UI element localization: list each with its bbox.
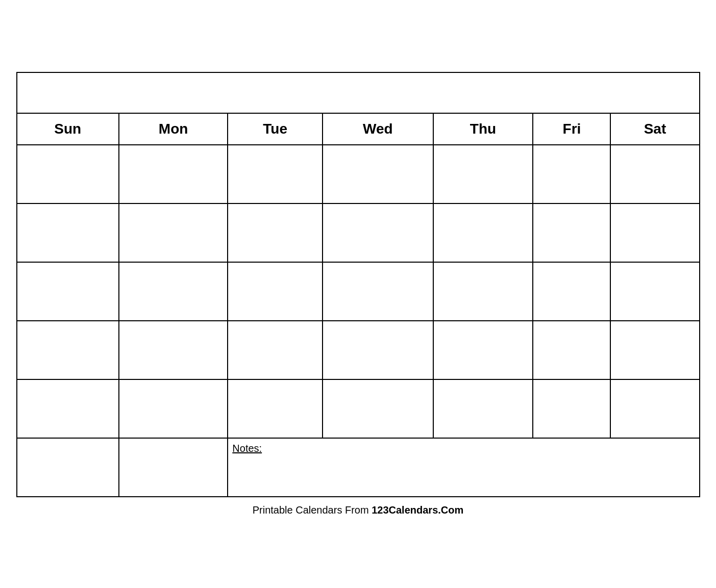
notes-label: Notes: xyxy=(232,443,262,454)
cell-r5-thu xyxy=(433,379,533,438)
week-row-3 xyxy=(17,262,700,321)
cell-r4-tue xyxy=(228,321,323,379)
week-row-5 xyxy=(17,379,700,438)
notes-cell-mon xyxy=(119,438,228,497)
week-row-4 xyxy=(17,321,700,379)
header-row: Sun Mon Tue Wed Thu Fri Sat xyxy=(17,113,700,145)
header-thu: Thu xyxy=(433,113,533,145)
footer-prefix: Printable Calendars From xyxy=(253,504,372,516)
cell-r5-sat xyxy=(610,379,699,438)
calendar-title xyxy=(17,72,700,113)
cell-r2-fri xyxy=(533,203,610,262)
cell-r4-fri xyxy=(533,321,610,379)
cell-r1-tue xyxy=(228,145,323,203)
cell-r4-thu xyxy=(433,321,533,379)
notes-section: Notes: xyxy=(228,438,699,497)
cell-r2-sat xyxy=(610,203,699,262)
cell-r2-wed xyxy=(323,203,433,262)
cell-r1-wed xyxy=(323,145,433,203)
calendar-container: Sun Mon Tue Wed Thu Fri Sat xyxy=(16,72,700,516)
cell-r5-mon xyxy=(119,379,228,438)
cell-r4-sun xyxy=(17,321,119,379)
cell-r3-tue xyxy=(228,262,323,321)
header-sat: Sat xyxy=(610,113,699,145)
week-row-2 xyxy=(17,203,700,262)
header-tue: Tue xyxy=(228,113,323,145)
cell-r1-mon xyxy=(119,145,228,203)
cell-r2-sun xyxy=(17,203,119,262)
cell-r3-mon xyxy=(119,262,228,321)
header-mon: Mon xyxy=(119,113,228,145)
cell-r3-wed xyxy=(323,262,433,321)
cell-r4-sat xyxy=(610,321,699,379)
notes-row: Notes: xyxy=(17,438,700,497)
cell-r5-wed xyxy=(323,379,433,438)
footer-brand: 123Calendars.Com xyxy=(372,504,463,516)
cell-r3-sat xyxy=(610,262,699,321)
header-wed: Wed xyxy=(323,113,433,145)
cell-r5-fri xyxy=(533,379,610,438)
cell-r1-fri xyxy=(533,145,610,203)
cell-r2-mon xyxy=(119,203,228,262)
cell-r3-thu xyxy=(433,262,533,321)
cell-r4-wed xyxy=(323,321,433,379)
cell-r1-sat xyxy=(610,145,699,203)
header-fri: Fri xyxy=(533,113,610,145)
calendar-table: Sun Mon Tue Wed Thu Fri Sat xyxy=(16,72,700,497)
cell-r2-tue xyxy=(228,203,323,262)
cell-r1-sun xyxy=(17,145,119,203)
cell-r3-sun xyxy=(17,262,119,321)
cell-r5-tue xyxy=(228,379,323,438)
title-row xyxy=(17,72,700,113)
cell-r4-mon xyxy=(119,321,228,379)
cell-r2-thu xyxy=(433,203,533,262)
footer: Printable Calendars From 123Calendars.Co… xyxy=(16,504,700,516)
cell-r5-sun xyxy=(17,379,119,438)
cell-r1-thu xyxy=(433,145,533,203)
header-sun: Sun xyxy=(17,113,119,145)
cell-r3-fri xyxy=(533,262,610,321)
notes-cell-sun xyxy=(17,438,119,497)
week-row-1 xyxy=(17,145,700,203)
